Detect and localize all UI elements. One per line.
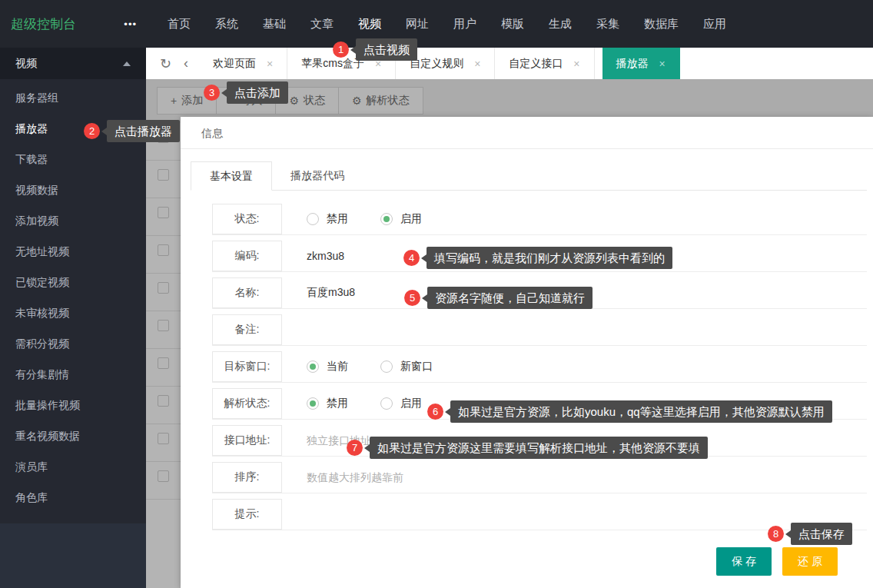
sidebar-item[interactable]: 重名视频数据	[0, 420, 146, 451]
tab-close-icon[interactable]: ×	[474, 58, 480, 70]
document-tab[interactable]: 欢迎页面 ×	[199, 48, 287, 79]
step-badge: 8	[768, 526, 784, 542]
remark-label: 备注:	[212, 314, 282, 345]
sidebar-item[interactable]: 下载器	[0, 144, 146, 174]
tooltip-text: 点击播放器	[107, 120, 180, 142]
row-checkbox[interactable]	[158, 433, 169, 444]
top-nav-item[interactable]: 应用	[691, 0, 739, 48]
sidebar-item[interactable]: 有分集剧情	[0, 359, 146, 390]
sidebar-item[interactable]: 未审核视频	[0, 297, 146, 328]
tab-close-icon[interactable]: ×	[267, 58, 273, 70]
api-url-label: 接口地址:	[212, 425, 282, 456]
back-chevron-icon[interactable]: ‹	[178, 55, 194, 71]
target-current-radio[interactable]	[307, 360, 319, 373]
target-new-radio[interactable]	[380, 360, 393, 373]
row-checkbox[interactable]	[158, 320, 169, 331]
parse-enabled-label: 启用	[400, 397, 422, 410]
table-checkbox-column	[146, 123, 181, 588]
sidebar-item[interactable]: 角色库	[0, 482, 146, 513]
open-tabs: 欢迎页面 × 苹果cms盒子 × 自定义规则 × 自定义接口 × 播放器 ×	[199, 48, 680, 79]
sidebar-item[interactable]: 已锁定视频	[0, 267, 146, 297]
parse-disabled-label: 禁用	[327, 397, 348, 410]
annotation-step-1: 1 点击视频	[333, 38, 417, 61]
step-badge: 1	[333, 42, 349, 58]
top-nav: 首页系统基础文章视频网址用户模版生成采集数据库应用	[146, 0, 739, 48]
tooltip-arrow-icon	[445, 408, 450, 416]
annotation-step-2: 2 点击播放器	[84, 120, 180, 142]
tip-input[interactable]	[307, 508, 867, 520]
sidebar-item[interactable]: 无地址视频	[0, 236, 146, 267]
tooltip-arrow-icon	[422, 294, 427, 302]
row-checkbox[interactable]	[158, 470, 169, 482]
add-button-label: 添加	[181, 94, 203, 108]
row-checkbox[interactable]	[158, 244, 169, 256]
annotation-step-7: 7 如果过是官方资源这里需要填写解析接口地址，其他资源不要填	[347, 437, 708, 459]
parse-enabled-radio[interactable]	[380, 397, 393, 410]
top-nav-item[interactable]: 基础	[251, 0, 298, 48]
step-badge: 5	[404, 290, 420, 306]
sidebar-item[interactable]: 服务器组	[0, 82, 146, 113]
row-checkbox[interactable]	[158, 357, 169, 369]
top-bar: 超级控制台 ••• 首页系统基础文章视频网址用户模版生成采集数据库应用	[0, 0, 873, 48]
ellipsis-menu-icon[interactable]: •••	[124, 18, 137, 30]
sidebar-group-video[interactable]: 视频	[0, 48, 146, 79]
document-tab[interactable]: 播放器 ×	[602, 48, 680, 79]
restore-button[interactable]: 还 原	[782, 547, 838, 576]
row-checkbox[interactable]	[158, 395, 169, 407]
tooltip-text: 如果过是官方资源，比如youku，qq等这里选择启用，其他资源默认禁用	[450, 400, 832, 423]
target-window-row: 目标窗口: 当前 新窗口	[212, 351, 867, 383]
top-nav-item[interactable]: 数据库	[632, 0, 691, 48]
sidebar-item[interactable]: 演员库	[0, 451, 146, 482]
remark-input[interactable]	[307, 324, 867, 336]
parse-disabled-radio[interactable]	[307, 397, 319, 410]
top-nav-item[interactable]: 生成	[536, 0, 584, 48]
annotation-step-5: 5 资源名字随便，自己知道就行	[404, 287, 593, 309]
app-logo: 超级控制台	[11, 15, 76, 33]
sort-row: 排序:	[212, 462, 867, 493]
top-nav-item[interactable]: 用户	[441, 0, 489, 48]
tooltip-arrow-icon	[221, 89, 227, 97]
document-tab[interactable]: 自定义接口 ×	[495, 48, 594, 79]
row-checkbox[interactable]	[158, 282, 169, 294]
annotation-step-4: 4 填写编码，就是我们刚才从资源列表中看到的	[403, 247, 672, 269]
tooltip-text: 资源名字随便，自己知道就行	[427, 287, 593, 309]
form-actions: 保 存 还 原	[212, 547, 867, 576]
tooltip-arrow-icon	[364, 444, 370, 452]
tab-label: 自定义接口	[509, 57, 563, 71]
row-checkbox[interactable]	[158, 169, 169, 181]
panel-title: 信息	[181, 117, 873, 149]
refresh-icon[interactable]: ↻	[154, 55, 178, 72]
tab-close-icon[interactable]: ×	[573, 58, 579, 70]
tooltip-arrow-icon	[421, 254, 427, 262]
sort-input[interactable]	[307, 471, 867, 483]
top-nav-item[interactable]: 首页	[155, 0, 203, 48]
top-nav-item[interactable]: 系统	[203, 0, 251, 48]
tooltip-text: 点击添加	[227, 81, 288, 104]
tab-close-icon[interactable]: ×	[659, 58, 666, 70]
tab-player-code[interactable]: 播放器代码	[272, 161, 363, 190]
status-row: 状态: 禁用 启用	[212, 204, 867, 235]
annotation-step-3: 3 点击添加	[204, 81, 288, 104]
status-label: 状态:	[212, 204, 282, 234]
sidebar-item[interactable]: 添加视频	[0, 205, 146, 236]
annotation-step-8: 8 点击保存	[768, 523, 852, 545]
sidebar-item[interactable]: 视频数据	[0, 174, 146, 205]
sidebar-item[interactable]: 批量操作视频	[0, 390, 146, 420]
status-enabled-radio[interactable]	[380, 213, 393, 225]
tooltip-arrow-icon	[350, 46, 356, 54]
step-badge: 4	[403, 250, 420, 266]
top-nav-item[interactable]: 模版	[489, 0, 536, 48]
top-nav-item[interactable]: 采集	[584, 0, 632, 48]
tab-basic-settings[interactable]: 基本设置	[191, 161, 272, 191]
sidebar-item[interactable]: 需积分视频	[0, 328, 146, 359]
tab-label: 欢迎页面	[213, 57, 256, 71]
step-badge: 3	[204, 85, 220, 101]
logo-zone: 超级控制台 •••	[0, 0, 146, 48]
status-disabled-radio[interactable]	[307, 213, 319, 225]
step-badge: 6	[427, 404, 443, 420]
parse-status-button[interactable]: ⚙ 解析状态	[338, 87, 423, 115]
row-checkbox[interactable]	[158, 207, 169, 218]
save-button[interactable]: 保 存	[716, 547, 772, 576]
sidebar-menu: 服务器组播放器下载器视频数据添加视频无地址视频已锁定视频未审核视频需积分视频有分…	[0, 79, 146, 523]
status-button-label: 状态	[304, 94, 325, 108]
